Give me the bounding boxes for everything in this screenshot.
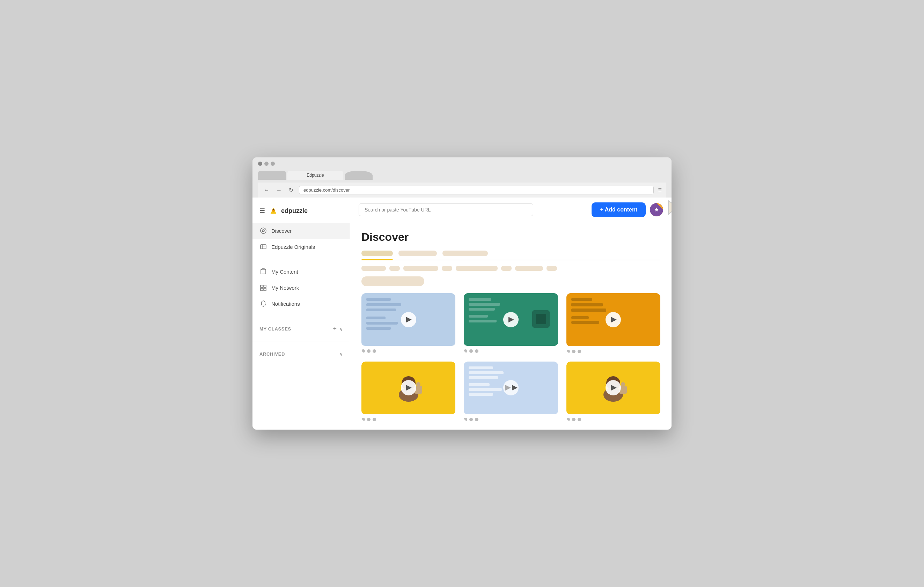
green-lines bbox=[469, 298, 500, 322]
sidebar-item-originals[interactable]: Edpuzzle Originals bbox=[252, 239, 350, 255]
subtitle-skeleton bbox=[361, 276, 424, 286]
discover-icon bbox=[259, 227, 267, 235]
page-body: Discover bbox=[350, 222, 672, 429]
forward-button[interactable]: → bbox=[275, 186, 283, 195]
add-content-button[interactable]: + Add content bbox=[592, 202, 646, 217]
thumbnail-5 bbox=[464, 362, 558, 414]
tab-skeletons bbox=[361, 251, 660, 260]
search-input[interactable] bbox=[359, 204, 533, 216]
sidebar-notifications-label: Notifications bbox=[271, 301, 300, 307]
sidebar-item-my-content[interactable]: My Content bbox=[252, 263, 350, 280]
video-card-4[interactable] bbox=[361, 362, 455, 422]
card-dots-1 bbox=[361, 349, 455, 353]
filter-skeleton-4 bbox=[442, 266, 452, 271]
sidebar-item-discover[interactable]: Discover bbox=[252, 223, 350, 239]
video-card-1[interactable] bbox=[361, 293, 455, 353]
svg-rect-10 bbox=[261, 288, 263, 291]
sidebar-discover-label: Discover bbox=[271, 228, 292, 234]
play-button-1[interactable] bbox=[401, 312, 416, 327]
primary-nav: Discover Edpuzzle Originals bbox=[252, 221, 350, 256]
browser-tab-active[interactable]: Edpuzzle bbox=[287, 171, 343, 180]
filter-skeleton-2 bbox=[389, 266, 400, 271]
svg-point-24 bbox=[621, 382, 625, 386]
tab-label: Edpuzzle bbox=[307, 173, 324, 178]
edpuzzle-logo-icon bbox=[269, 206, 278, 216]
archived-label: ARCHIVED bbox=[259, 352, 285, 357]
svg-rect-8 bbox=[261, 285, 263, 288]
sidebar-item-notifications[interactable]: Notifications bbox=[252, 296, 350, 312]
browser-tab-inactive2[interactable] bbox=[345, 171, 373, 180]
nav-divider-2 bbox=[252, 316, 350, 316]
nav-divider-1 bbox=[252, 259, 350, 259]
card-dots-2 bbox=[464, 349, 558, 353]
archived-expand-icon[interactable]: ∨ bbox=[340, 351, 343, 357]
my-classes-header[interactable]: MY CLASSES + ∨ bbox=[252, 322, 350, 336]
orange-lines bbox=[571, 298, 606, 324]
main-content: + Add content ★ bbox=[350, 197, 672, 429]
video-card-2[interactable] bbox=[464, 293, 558, 353]
browser-tab-inactive[interactable] bbox=[258, 171, 286, 180]
traffic-light-minimize[interactable] bbox=[264, 161, 269, 166]
lightblue-lines bbox=[469, 367, 503, 396]
svg-point-4 bbox=[262, 230, 264, 232]
sidebar-my-network-label: My Network bbox=[271, 285, 299, 291]
video-card-3[interactable] bbox=[566, 293, 660, 353]
svg-point-2 bbox=[273, 209, 274, 210]
tab-skeleton-3[interactable] bbox=[442, 251, 488, 256]
video-card-6[interactable] bbox=[566, 362, 660, 422]
thumbnail-4 bbox=[361, 362, 455, 414]
play-button-4[interactable] bbox=[401, 380, 416, 395]
logo-text: edpuzzle bbox=[281, 207, 308, 215]
nav-divider-3 bbox=[252, 342, 350, 342]
filter-skeleton-1 bbox=[361, 266, 386, 271]
traffic-light-close[interactable] bbox=[258, 161, 262, 166]
my-content-icon bbox=[259, 268, 267, 275]
originals-icon bbox=[259, 243, 267, 251]
filter-skeleton-5 bbox=[456, 266, 498, 271]
svg-rect-9 bbox=[264, 285, 266, 288]
sidebar: ☰ edpuzzle bbox=[252, 197, 350, 429]
archived-section: ARCHIVED ∨ bbox=[252, 345, 350, 363]
svg-rect-11 bbox=[264, 288, 266, 291]
svg-rect-16 bbox=[536, 314, 546, 324]
filter-skeleton-6 bbox=[501, 266, 512, 271]
my-network-icon bbox=[259, 284, 267, 291]
add-class-icon[interactable]: + bbox=[333, 325, 337, 332]
back-button[interactable]: ← bbox=[262, 186, 271, 195]
hamburger-icon[interactable]: ☰ bbox=[259, 207, 265, 215]
traffic-light-maximize[interactable] bbox=[271, 161, 275, 166]
thumbnail-3 bbox=[566, 293, 660, 346]
thumbnail-2 bbox=[464, 293, 558, 346]
card-dots-6 bbox=[566, 418, 660, 421]
tab-skeleton-2[interactable] bbox=[398, 251, 437, 256]
browser-menu-icon[interactable]: ≡ bbox=[658, 186, 662, 194]
page-title: Discover bbox=[361, 231, 660, 243]
play-button-3[interactable] bbox=[606, 312, 621, 327]
filter-skeleton-8 bbox=[546, 266, 557, 271]
classes-expand-icon[interactable]: ∨ bbox=[340, 326, 343, 332]
puzzle-piece-icon bbox=[529, 307, 553, 332]
card-dots-5 bbox=[464, 418, 558, 421]
svg-text:★: ★ bbox=[654, 207, 659, 212]
play-button-2[interactable] bbox=[503, 312, 518, 327]
thumbnail-6 bbox=[566, 362, 660, 414]
svg-point-20 bbox=[416, 382, 421, 386]
secondary-nav: My Content My Network bbox=[252, 262, 350, 313]
sidebar-my-content-label: My Content bbox=[271, 269, 298, 275]
cursor-overlay bbox=[667, 199, 672, 221]
notifications-icon bbox=[259, 300, 267, 307]
address-bar[interactable] bbox=[299, 186, 654, 194]
filter-skeleton-3 bbox=[403, 266, 438, 271]
sidebar-item-my-network[interactable]: My Network bbox=[252, 280, 350, 296]
user-avatar[interactable]: ★ bbox=[650, 203, 663, 216]
refresh-button[interactable]: ↻ bbox=[287, 185, 295, 195]
play-button-5[interactable] bbox=[503, 380, 518, 395]
add-content-wrapper: + Add content bbox=[592, 202, 646, 217]
video-card-5[interactable] bbox=[464, 362, 558, 422]
thumb-lines-1 bbox=[366, 298, 401, 330]
tab-skeleton-1[interactable] bbox=[361, 251, 393, 256]
video-grid bbox=[361, 293, 660, 421]
archived-header[interactable]: ARCHIVED ∨ bbox=[252, 348, 350, 360]
subtitle-row bbox=[361, 276, 660, 286]
sidebar-originals-label: Edpuzzle Originals bbox=[271, 244, 315, 250]
